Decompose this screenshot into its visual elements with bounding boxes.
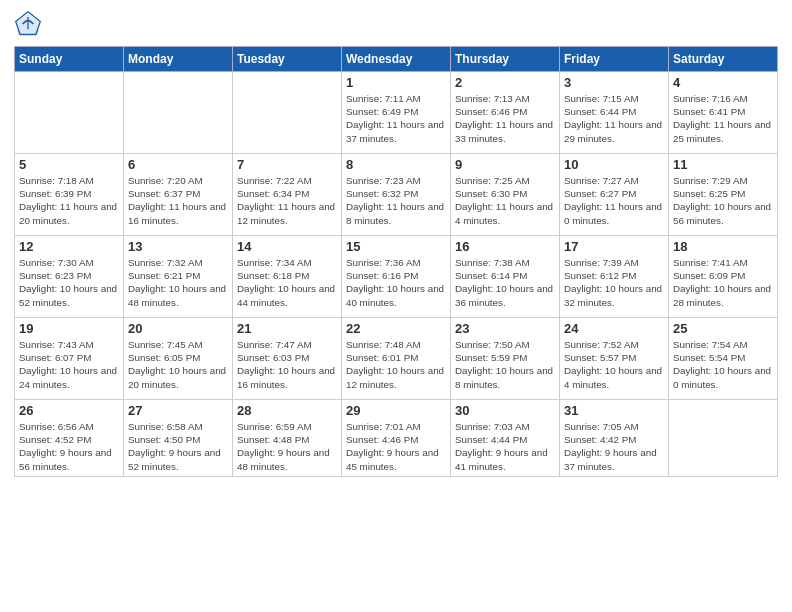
day-info: Sunrise: 7:05 AM Sunset: 4:42 PM Dayligh… [564, 420, 664, 473]
day-number: 26 [19, 403, 119, 418]
calendar-week-row: 26Sunrise: 6:56 AM Sunset: 4:52 PM Dayli… [15, 400, 778, 477]
day-number: 1 [346, 75, 446, 90]
calendar-cell: 22Sunrise: 7:48 AM Sunset: 6:01 PM Dayli… [342, 318, 451, 400]
calendar-cell: 4Sunrise: 7:16 AM Sunset: 6:41 PM Daylig… [669, 72, 778, 154]
day-info: Sunrise: 7:03 AM Sunset: 4:44 PM Dayligh… [455, 420, 555, 473]
day-info: Sunrise: 7:18 AM Sunset: 6:39 PM Dayligh… [19, 174, 119, 227]
calendar-table: SundayMondayTuesdayWednesdayThursdayFrid… [14, 46, 778, 477]
day-number: 21 [237, 321, 337, 336]
weekday-header: Friday [560, 47, 669, 72]
day-info: Sunrise: 7:47 AM Sunset: 6:03 PM Dayligh… [237, 338, 337, 391]
calendar-cell: 2Sunrise: 7:13 AM Sunset: 6:46 PM Daylig… [451, 72, 560, 154]
calendar-cell: 18Sunrise: 7:41 AM Sunset: 6:09 PM Dayli… [669, 236, 778, 318]
calendar-cell: 7Sunrise: 7:22 AM Sunset: 6:34 PM Daylig… [233, 154, 342, 236]
calendar-cell: 16Sunrise: 7:38 AM Sunset: 6:14 PM Dayli… [451, 236, 560, 318]
day-number: 28 [237, 403, 337, 418]
day-info: Sunrise: 7:27 AM Sunset: 6:27 PM Dayligh… [564, 174, 664, 227]
day-number: 7 [237, 157, 337, 172]
day-info: Sunrise: 7:29 AM Sunset: 6:25 PM Dayligh… [673, 174, 773, 227]
calendar-cell: 19Sunrise: 7:43 AM Sunset: 6:07 PM Dayli… [15, 318, 124, 400]
calendar-cell: 5Sunrise: 7:18 AM Sunset: 6:39 PM Daylig… [15, 154, 124, 236]
weekday-header: Thursday [451, 47, 560, 72]
day-number: 30 [455, 403, 555, 418]
weekday-header: Saturday [669, 47, 778, 72]
day-info: Sunrise: 7:23 AM Sunset: 6:32 PM Dayligh… [346, 174, 446, 227]
header [14, 10, 778, 38]
weekday-header: Sunday [15, 47, 124, 72]
day-number: 22 [346, 321, 446, 336]
day-info: Sunrise: 6:56 AM Sunset: 4:52 PM Dayligh… [19, 420, 119, 473]
day-info: Sunrise: 7:41 AM Sunset: 6:09 PM Dayligh… [673, 256, 773, 309]
day-number: 31 [564, 403, 664, 418]
calendar-cell: 20Sunrise: 7:45 AM Sunset: 6:05 PM Dayli… [124, 318, 233, 400]
day-info: Sunrise: 7:20 AM Sunset: 6:37 PM Dayligh… [128, 174, 228, 227]
calendar-cell: 6Sunrise: 7:20 AM Sunset: 6:37 PM Daylig… [124, 154, 233, 236]
day-info: Sunrise: 7:01 AM Sunset: 4:46 PM Dayligh… [346, 420, 446, 473]
day-info: Sunrise: 7:54 AM Sunset: 5:54 PM Dayligh… [673, 338, 773, 391]
day-info: Sunrise: 7:39 AM Sunset: 6:12 PM Dayligh… [564, 256, 664, 309]
day-info: Sunrise: 7:13 AM Sunset: 6:46 PM Dayligh… [455, 92, 555, 145]
calendar-cell: 17Sunrise: 7:39 AM Sunset: 6:12 PM Dayli… [560, 236, 669, 318]
day-info: Sunrise: 7:36 AM Sunset: 6:16 PM Dayligh… [346, 256, 446, 309]
calendar-week-row: 5Sunrise: 7:18 AM Sunset: 6:39 PM Daylig… [15, 154, 778, 236]
calendar-week-row: 19Sunrise: 7:43 AM Sunset: 6:07 PM Dayli… [15, 318, 778, 400]
calendar-week-row: 1Sunrise: 7:11 AM Sunset: 6:49 PM Daylig… [15, 72, 778, 154]
day-number: 18 [673, 239, 773, 254]
day-info: Sunrise: 6:59 AM Sunset: 4:48 PM Dayligh… [237, 420, 337, 473]
day-info: Sunrise: 7:16 AM Sunset: 6:41 PM Dayligh… [673, 92, 773, 145]
day-info: Sunrise: 6:58 AM Sunset: 4:50 PM Dayligh… [128, 420, 228, 473]
day-info: Sunrise: 7:43 AM Sunset: 6:07 PM Dayligh… [19, 338, 119, 391]
calendar-cell: 27Sunrise: 6:58 AM Sunset: 4:50 PM Dayli… [124, 400, 233, 477]
weekday-header: Monday [124, 47, 233, 72]
calendar-cell: 14Sunrise: 7:34 AM Sunset: 6:18 PM Dayli… [233, 236, 342, 318]
calendar-cell: 28Sunrise: 6:59 AM Sunset: 4:48 PM Dayli… [233, 400, 342, 477]
day-info: Sunrise: 7:38 AM Sunset: 6:14 PM Dayligh… [455, 256, 555, 309]
logo [14, 10, 46, 38]
day-number: 17 [564, 239, 664, 254]
calendar-cell: 23Sunrise: 7:50 AM Sunset: 5:59 PM Dayli… [451, 318, 560, 400]
weekday-header: Wednesday [342, 47, 451, 72]
day-number: 6 [128, 157, 228, 172]
day-number: 12 [19, 239, 119, 254]
calendar-cell [233, 72, 342, 154]
day-number: 27 [128, 403, 228, 418]
day-number: 20 [128, 321, 228, 336]
day-number: 9 [455, 157, 555, 172]
calendar-cell: 10Sunrise: 7:27 AM Sunset: 6:27 PM Dayli… [560, 154, 669, 236]
day-number: 11 [673, 157, 773, 172]
day-info: Sunrise: 7:30 AM Sunset: 6:23 PM Dayligh… [19, 256, 119, 309]
day-number: 23 [455, 321, 555, 336]
calendar-cell: 8Sunrise: 7:23 AM Sunset: 6:32 PM Daylig… [342, 154, 451, 236]
calendar-cell [669, 400, 778, 477]
day-number: 29 [346, 403, 446, 418]
day-info: Sunrise: 7:34 AM Sunset: 6:18 PM Dayligh… [237, 256, 337, 309]
day-info: Sunrise: 7:22 AM Sunset: 6:34 PM Dayligh… [237, 174, 337, 227]
day-number: 8 [346, 157, 446, 172]
calendar-cell: 26Sunrise: 6:56 AM Sunset: 4:52 PM Dayli… [15, 400, 124, 477]
calendar-cell: 3Sunrise: 7:15 AM Sunset: 6:44 PM Daylig… [560, 72, 669, 154]
day-info: Sunrise: 7:15 AM Sunset: 6:44 PM Dayligh… [564, 92, 664, 145]
calendar-cell: 9Sunrise: 7:25 AM Sunset: 6:30 PM Daylig… [451, 154, 560, 236]
calendar-cell: 1Sunrise: 7:11 AM Sunset: 6:49 PM Daylig… [342, 72, 451, 154]
calendar-cell: 15Sunrise: 7:36 AM Sunset: 6:16 PM Dayli… [342, 236, 451, 318]
calendar-cell [124, 72, 233, 154]
day-number: 16 [455, 239, 555, 254]
calendar-cell: 25Sunrise: 7:54 AM Sunset: 5:54 PM Dayli… [669, 318, 778, 400]
calendar-cell: 31Sunrise: 7:05 AM Sunset: 4:42 PM Dayli… [560, 400, 669, 477]
day-info: Sunrise: 7:48 AM Sunset: 6:01 PM Dayligh… [346, 338, 446, 391]
day-number: 2 [455, 75, 555, 90]
day-number: 4 [673, 75, 773, 90]
day-number: 24 [564, 321, 664, 336]
calendar-cell [15, 72, 124, 154]
day-info: Sunrise: 7:50 AM Sunset: 5:59 PM Dayligh… [455, 338, 555, 391]
calendar-cell: 30Sunrise: 7:03 AM Sunset: 4:44 PM Dayli… [451, 400, 560, 477]
day-info: Sunrise: 7:52 AM Sunset: 5:57 PM Dayligh… [564, 338, 664, 391]
day-number: 13 [128, 239, 228, 254]
day-number: 19 [19, 321, 119, 336]
calendar-cell: 11Sunrise: 7:29 AM Sunset: 6:25 PM Dayli… [669, 154, 778, 236]
day-info: Sunrise: 7:11 AM Sunset: 6:49 PM Dayligh… [346, 92, 446, 145]
calendar-cell: 29Sunrise: 7:01 AM Sunset: 4:46 PM Dayli… [342, 400, 451, 477]
day-number: 14 [237, 239, 337, 254]
calendar-week-row: 12Sunrise: 7:30 AM Sunset: 6:23 PM Dayli… [15, 236, 778, 318]
day-info: Sunrise: 7:25 AM Sunset: 6:30 PM Dayligh… [455, 174, 555, 227]
